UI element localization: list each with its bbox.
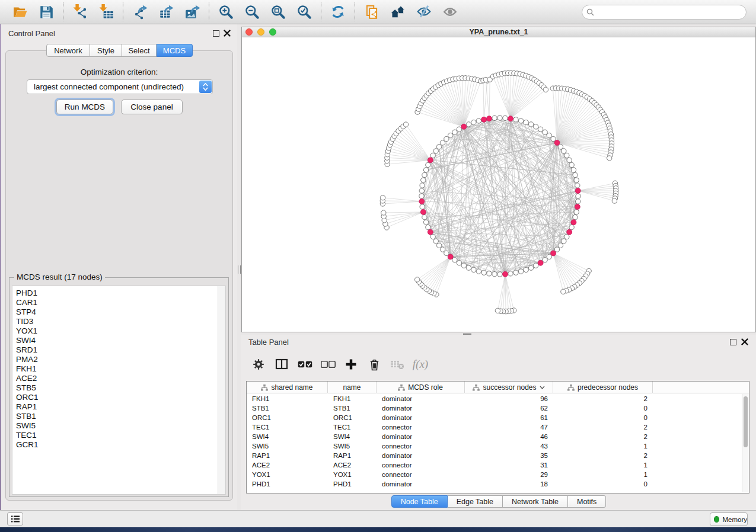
refresh-view-button[interactable] <box>330 4 346 20</box>
export-table-button[interactable] <box>158 4 174 20</box>
graph-node[interactable] <box>561 289 566 294</box>
mcds-result-item[interactable]: RAP1 <box>12 402 225 412</box>
graph-hub-node[interactable] <box>508 116 513 121</box>
column-header-name[interactable]: name <box>328 382 377 393</box>
task-history-button[interactable] <box>7 512 23 525</box>
graph-node[interactable] <box>543 130 547 134</box>
zoom-out-button[interactable] <box>244 4 260 20</box>
graph-node[interactable] <box>513 270 518 275</box>
open-session-button[interactable] <box>12 4 28 20</box>
graph-node[interactable] <box>403 122 408 127</box>
table-row[interactable]: FKH1FKH1dominator962 <box>247 394 742 403</box>
float-panel-icon[interactable] <box>730 339 736 345</box>
mcds-result-item[interactable]: PHD1 <box>12 289 225 298</box>
close-panel-button[interactable]: Close panel <box>121 100 183 114</box>
graph-node[interactable] <box>543 258 547 262</box>
tab-edge-table[interactable]: Edge Table <box>448 495 503 508</box>
graph-node[interactable] <box>461 263 466 268</box>
graph-hub-node[interactable] <box>461 124 467 129</box>
float-panel-icon[interactable] <box>213 30 219 37</box>
import-table-button[interactable] <box>98 4 114 20</box>
table-row[interactable]: RAP1RAP1dominator352 <box>247 451 742 460</box>
result-list-scrollbar[interactable] <box>218 286 225 494</box>
memory-button[interactable]: Memory <box>710 512 748 526</box>
graph-hub-node[interactable] <box>481 117 487 122</box>
graph-node[interactable] <box>562 239 566 243</box>
tab-motifs[interactable]: Motifs <box>568 495 606 508</box>
mcds-result-item[interactable]: FKH1 <box>12 364 225 374</box>
graph-node[interactable] <box>419 194 424 198</box>
table-row[interactable]: ORC1ORC1dominator610 <box>247 413 742 422</box>
graph-hub-node[interactable] <box>538 260 543 265</box>
optimization-criterion-dropdown[interactable]: largest connected component (undirected) <box>27 79 213 94</box>
graph-node[interactable] <box>423 168 428 172</box>
mcds-result-item[interactable]: GCR1 <box>12 440 225 450</box>
graph-node[interactable] <box>607 156 612 161</box>
graph-node[interactable] <box>422 172 427 177</box>
network-canvas[interactable] <box>242 37 755 332</box>
graph-node[interactable] <box>543 87 548 92</box>
tab-network-table[interactable]: Network Table <box>503 495 568 508</box>
delete-column-button[interactable] <box>365 355 383 373</box>
graph-node[interactable] <box>430 153 435 158</box>
graph-hub-node[interactable] <box>567 229 572 235</box>
column-header-successor-nodes[interactable]: successor nodes <box>465 382 553 393</box>
graph-node[interactable] <box>487 271 492 276</box>
mcds-result-item[interactable]: YOX1 <box>12 326 225 336</box>
tab-style[interactable]: Style <box>90 44 122 57</box>
zoom-selected-button[interactable] <box>296 4 312 20</box>
graph-node[interactable] <box>524 267 528 272</box>
graph-node[interactable] <box>476 269 481 274</box>
graph-node[interactable] <box>518 118 523 123</box>
graph-node[interactable] <box>528 122 533 127</box>
mcds-result-item[interactable]: TID3 <box>12 317 225 326</box>
export-network-button[interactable] <box>132 4 148 20</box>
graph-hub-node[interactable] <box>428 158 433 163</box>
graph-hub-node[interactable] <box>420 209 426 214</box>
graph-node[interactable] <box>518 269 523 274</box>
graph-node[interactable] <box>381 210 386 215</box>
function-builder-button[interactable]: f(x) <box>412 355 429 373</box>
graph-hub-node[interactable] <box>503 271 508 277</box>
clone-network-button[interactable] <box>363 4 380 20</box>
graph-node[interactable] <box>436 243 441 248</box>
mcds-result-item[interactable]: TEC1 <box>12 431 225 440</box>
graph-node[interactable] <box>575 183 580 188</box>
search-box[interactable] <box>582 5 747 20</box>
add-column-button[interactable] <box>342 355 360 373</box>
graph-node[interactable] <box>567 158 572 162</box>
mcds-result-item[interactable]: ACE2 <box>12 374 225 383</box>
graph-node[interactable] <box>444 136 449 141</box>
mcds-result-item[interactable]: STP4 <box>12 307 225 317</box>
graph-node[interactable] <box>380 196 385 200</box>
graph-hub-node[interactable] <box>419 199 425 204</box>
graph-node[interactable] <box>528 265 533 270</box>
graph-node[interactable] <box>503 116 508 120</box>
graph-node[interactable] <box>422 214 427 219</box>
graph-node[interactable] <box>538 127 543 132</box>
graph-node[interactable] <box>492 272 497 277</box>
select-all-button[interactable] <box>296 355 314 373</box>
mcds-result-item[interactable]: SWI5 <box>12 421 225 431</box>
graph-node[interactable] <box>466 265 471 270</box>
graph-node[interactable] <box>576 199 580 204</box>
mcds-result-item[interactable]: STB5 <box>12 383 225 393</box>
close-panel-icon[interactable] <box>741 338 748 345</box>
graph-hub-node[interactable] <box>571 220 576 225</box>
mcds-result-item[interactable]: SRD1 <box>12 345 225 355</box>
graph-node[interactable] <box>466 122 471 127</box>
show-columns-button[interactable] <box>273 355 291 373</box>
column-header-shared-name[interactable]: shared name <box>247 382 328 393</box>
graph-node[interactable] <box>513 117 518 122</box>
import-network-button[interactable] <box>72 4 88 20</box>
graph-hub-node[interactable] <box>575 188 580 194</box>
save-session-button[interactable] <box>38 4 55 20</box>
graph-node[interactable] <box>419 188 424 193</box>
mcds-result-item[interactable]: STB1 <box>12 412 225 421</box>
graph-node[interactable] <box>436 145 441 149</box>
mcds-result-item[interactable]: PMA2 <box>12 355 225 364</box>
graph-node[interactable] <box>534 124 538 129</box>
graph-hub-node[interactable] <box>575 204 580 210</box>
graph-hub-node[interactable] <box>551 251 556 256</box>
table-row[interactable]: YOX1YOX1connector291 <box>247 470 742 479</box>
